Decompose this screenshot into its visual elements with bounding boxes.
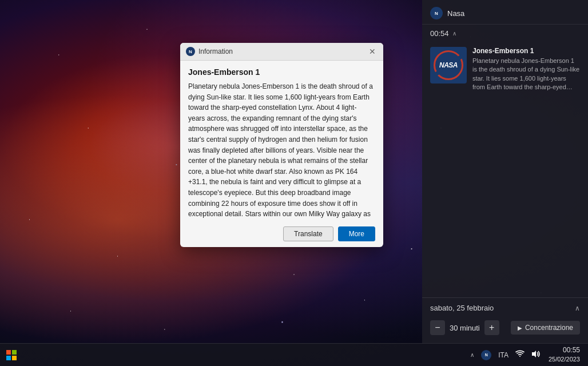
info-dialog: N Information ✕ Jones-Emberson 1 Planeta… [180,43,383,247]
notif-body: Planetary nebula Jones-Emberson 1 is the… [472,57,580,92]
tray-wifi-icon [515,350,525,360]
notif-title: Jones-Emberson 1 [472,47,580,55]
tray-overflow-button[interactable]: ∧ [468,352,476,358]
panel-nasa-name: Nasa [447,9,464,18]
notif-thumbnail: NASA [430,47,467,83]
dialog-heading: Jones-Emberson 1 [188,67,375,77]
tray-time: 00:55 [549,345,580,355]
dialog-titlebar: N Information ✕ [180,43,383,61]
tray-language-label: ITA [498,351,508,359]
tray-date: 25/02/2023 [549,355,580,364]
tray-language-button[interactable]: ITA [496,351,511,359]
notif-content: Jones-Emberson 1 Planetary nebula Jones-… [472,47,580,92]
panel-time-row: 00:54 ∧ [422,25,588,41]
dialog-title: Information [198,47,364,55]
tray-volume-button[interactable] [529,350,543,360]
tray-nasa-icon: N [481,350,491,360]
panel-time: 00:54 [430,29,449,38]
notification-card[interactable]: NASA Jones-Emberson 1 Planetary nebula J… [422,41,588,98]
panel-date-section: sabato, 25 febbraio ∧ − 30 minuti + ▶ Co… [422,297,588,343]
panel-timer-row: − 30 minuti + ▶ Concentrazione [422,317,588,343]
panel-nasa-icon: N [430,7,443,19]
nasa-logo-text: NASA [439,61,458,69]
tray-nasa-button[interactable]: N [479,350,494,360]
windows-logo-icon [6,350,17,360]
taskbar: ∧ N ITA [0,343,588,366]
notification-panel: N Nasa 00:54 ∧ NASA Jones-Emberson 1 Pla… [422,0,588,343]
panel-chevron-icon[interactable]: ∧ [452,30,456,37]
panel-header: N Nasa [422,0,588,25]
focus-label: Concentrazione [525,324,573,332]
focus-play-icon: ▶ [518,325,522,331]
tray-clock[interactable]: 00:55 25/02/2023 [545,345,583,364]
dialog-footer: Translate More [180,222,383,247]
dialog-close-button[interactable]: ✕ [367,46,378,57]
panel-date-header: sabato, 25 febbraio ∧ [422,298,588,317]
panel-date-text: sabato, 25 febbraio [430,304,494,312]
start-button[interactable] [0,344,23,367]
tray-chevron-icon: ∧ [470,352,474,358]
more-button[interactable]: More [338,226,375,241]
tray-volume-icon [531,350,541,360]
svg-marker-0 [532,351,536,357]
panel-collapse-button[interactable]: ∧ [575,304,580,312]
timer-minus-button[interactable]: − [430,320,445,335]
system-tray: ∧ N ITA [463,344,588,366]
translate-button[interactable]: Translate [283,226,333,241]
dialog-body: Jones-Emberson 1 Planetary nebula Jones-… [180,61,383,222]
tray-wifi-button[interactable] [513,350,527,360]
focus-button[interactable]: ▶ Concentrazione [511,321,580,335]
dialog-icon: N [186,47,195,56]
timer-plus-button[interactable]: + [484,320,499,335]
timer-value: 30 minuti [450,324,480,332]
dialog-text: Planetary nebula Jones-Emberson 1 is the… [188,81,375,218]
